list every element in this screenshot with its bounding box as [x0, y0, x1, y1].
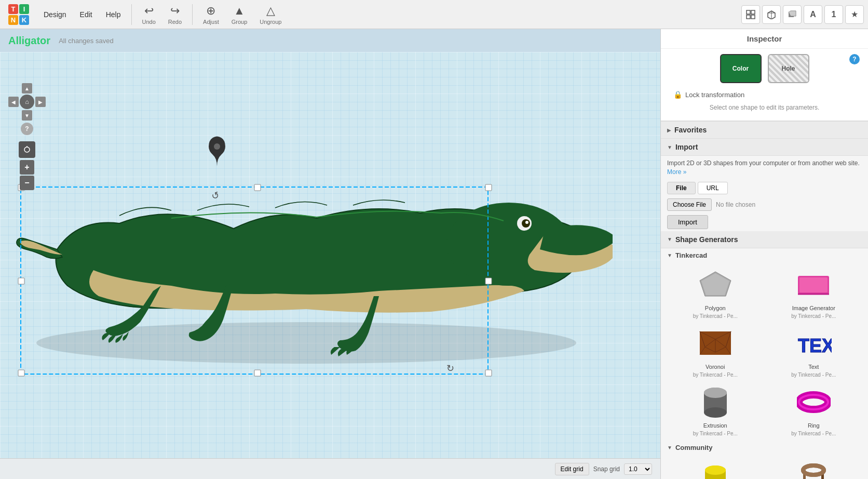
- choose-file-row: Choose File No file chosen: [661, 196, 868, 213]
- svg-marker-28: [701, 273, 729, 295]
- svg-rect-17: [254, 184, 261, 191]
- image-generator-icon: [793, 267, 834, 303]
- no-file-label: No file chosen: [716, 201, 755, 208]
- svg-text:TEXT: TEXT: [798, 335, 832, 356]
- shape-generators-section-header[interactable]: ▼ Shape Generators: [661, 231, 868, 248]
- star-view-button[interactable]: ★: [845, 5, 864, 24]
- svg-rect-19: [18, 278, 24, 284]
- voronoi-by: by Tinkercad - Pe...: [693, 372, 738, 378]
- nav-home-button[interactable]: ⌂: [20, 95, 34, 109]
- import-action-button[interactable]: Import: [667, 215, 708, 229]
- shape-item-variable-tube[interactable]: Variable Tube by Community...: [768, 459, 860, 479]
- group-button[interactable]: ▲ Group: [225, 4, 254, 25]
- lock-transformation-row: 🔒 Lock transformation: [661, 88, 868, 101]
- ring-name: Ring: [808, 422, 820, 429]
- hole-button[interactable]: Hole: [768, 54, 809, 83]
- favorites-section-header[interactable]: ▶ Favorites: [661, 122, 868, 139]
- tinkercad-subsection-header[interactable]: ▼ Tinkercad: [661, 248, 868, 262]
- logo[interactable]: T I N K: [4, 0, 33, 29]
- zoom-in-button[interactable]: +: [20, 160, 34, 175]
- svg-rect-0: [747, 10, 750, 14]
- import-section-header[interactable]: ▼ Import: [661, 139, 868, 156]
- svg-text:↺: ↺: [210, 190, 221, 202]
- cube-view-button[interactable]: [783, 5, 802, 24]
- redo-label: Redo: [168, 19, 182, 25]
- logo-i: I: [19, 4, 29, 14]
- logo-t: T: [8, 4, 18, 14]
- shape-item-extrusion[interactable]: Extrusion by Tinkercad - Pe...: [669, 384, 762, 436]
- color-button-label: Color: [733, 65, 749, 72]
- import-action-row: Import: [661, 213, 868, 231]
- nav-left-button[interactable]: ◀: [8, 97, 19, 107]
- ungroup-label: Ungroup: [260, 19, 281, 25]
- adjust-icon: ⊕: [206, 4, 215, 18]
- nav-ring: ▲ ▼ ◀ ▶ ⌂: [8, 83, 46, 121]
- adjust-button[interactable]: ⊕ Adjust: [197, 4, 225, 25]
- polygon-by: by Tinkercad - Pe...: [693, 313, 738, 319]
- nav-up-button[interactable]: ▲: [22, 83, 32, 94]
- snap-grid-select[interactable]: 1.0 0.5 0.25 2.0: [624, 463, 652, 475]
- toolbar: T I N K Design Edit Help ↩ Undo ↪ Redo ⊕…: [0, 0, 868, 29]
- inspector-panel: Inspector Color Hole ? 🔒 Lock transforma…: [661, 29, 868, 122]
- shape-generators-title: Shape Generators: [675, 235, 738, 244]
- zoom-out-button[interactable]: −: [20, 176, 34, 190]
- toolbar-divider-1: [131, 4, 132, 25]
- image-generator-name: Image Generator: [792, 305, 835, 311]
- menu-design[interactable]: Design: [37, 7, 73, 22]
- nav-right-button[interactable]: ▶: [35, 97, 46, 107]
- main-area: Alligator All changes saved ▲ ▼ ◀ ▶ ⌂: [0, 29, 868, 479]
- shape-item-ring[interactable]: Ring by Tinkercad - Pe...: [768, 384, 860, 436]
- 3d-model-alligator[interactable]: ↺ ↻: [16, 78, 613, 390]
- menu-edit[interactable]: Edit: [74, 7, 99, 22]
- import-description: Import 2D or 3D shapes from your compute…: [661, 156, 868, 180]
- redo-button[interactable]: ↪ Redo: [162, 4, 188, 25]
- grid-view-button[interactable]: [741, 5, 760, 24]
- panel-content[interactable]: ▶ Favorites ▼ Import Import 2D or 3D sha…: [661, 122, 868, 479]
- favorites-title: Favorites: [674, 126, 707, 134]
- shape-item-circular-trapezoid[interactable]: Circular Trapezoid by Community...: [669, 459, 762, 479]
- grid-canvas[interactable]: ▲ ▼ ◀ ▶ ⌂ ? +: [0, 52, 660, 458]
- menu-help[interactable]: Help: [100, 7, 127, 22]
- box-view-button[interactable]: [762, 5, 781, 24]
- number-view-button[interactable]: 1: [824, 5, 843, 24]
- import-tab-url[interactable]: URL: [698, 182, 728, 194]
- svg-point-47: [803, 465, 824, 475]
- community-subsection-title: Community: [675, 444, 713, 451]
- svg-rect-2: [747, 15, 750, 19]
- community-subsection-header[interactable]: ▼ Community: [661, 441, 868, 455]
- inspector-help-button[interactable]: ?: [849, 54, 860, 64]
- shape-item-text[interactable]: TEXT Text by Tinkercad - Pe...: [768, 325, 860, 378]
- import-more-link[interactable]: More »: [667, 168, 686, 176]
- voronoi-name: Voronoi: [706, 364, 725, 370]
- undo-icon: ↩: [144, 4, 154, 18]
- tinkercad-shapes-grid: Polygon by Tinkercad - Pe... Image: [661, 262, 868, 441]
- choose-file-button[interactable]: Choose File: [667, 198, 712, 211]
- shape-item-image-generator[interactable]: Image Generator by Tinkercad - Pe...: [768, 267, 860, 319]
- shape-item-polygon[interactable]: Polygon by Tinkercad - Pe...: [669, 267, 762, 319]
- adjust-label: Adjust: [203, 19, 219, 25]
- canvas-area[interactable]: Alligator All changes saved ▲ ▼ ◀ ▶ ⌂: [0, 29, 660, 479]
- project-name: Alligator: [8, 35, 50, 47]
- svg-point-14: [525, 221, 528, 224]
- svg-text:↻: ↻: [446, 363, 454, 374]
- svg-rect-20: [485, 278, 492, 284]
- camera-tool-button[interactable]: [19, 141, 35, 158]
- edit-grid-button[interactable]: Edit grid: [555, 463, 589, 475]
- undo-button[interactable]: ↩ Undo: [136, 4, 162, 25]
- help-button[interactable]: ?: [21, 123, 33, 135]
- navigation-controls: ▲ ▼ ◀ ▶ ⌂ ? +: [8, 83, 46, 190]
- grid-background: ▲ ▼ ◀ ▶ ⌂ ? +: [0, 52, 660, 458]
- polygon-name: Polygon: [705, 305, 726, 311]
- community-arrow-icon: ▼: [667, 445, 672, 450]
- undo-label: Undo: [142, 19, 156, 25]
- nav-down-button[interactable]: ▼: [22, 110, 32, 121]
- ungroup-button[interactable]: △ Ungroup: [253, 4, 288, 25]
- text-view-button[interactable]: A: [804, 5, 822, 24]
- import-tab-file[interactable]: File: [667, 182, 696, 194]
- svg-point-26: [214, 143, 220, 150]
- color-button[interactable]: Color: [720, 54, 762, 83]
- svg-point-42: [705, 465, 726, 475]
- shape-item-voronoi[interactable]: Voronoi by Tinkercad - Pe...: [669, 325, 762, 378]
- bottom-bar: Edit grid Snap grid 1.0 0.5 0.25 2.0: [0, 458, 660, 479]
- text-shape-by: by Tinkercad - Pe...: [791, 372, 836, 378]
